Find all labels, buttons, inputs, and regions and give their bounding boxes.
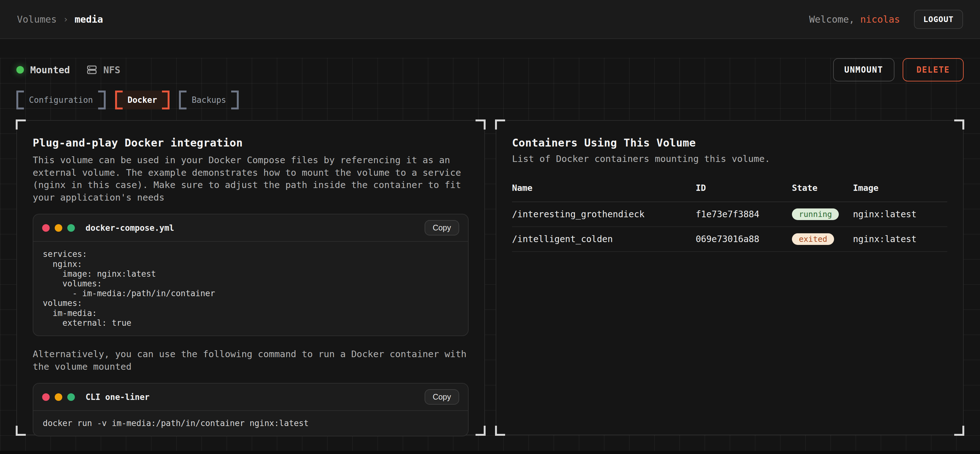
corner-bracket-icon [495, 426, 505, 436]
top-bar: Volumes › media Welcome, nicolas LOGOUT [0, 0, 980, 39]
breadcrumb-current-volume: media [75, 14, 103, 25]
breadcrumb: Volumes › media [17, 14, 103, 25]
cli-code: docker run -v im-media:/path/in/containe… [43, 419, 458, 428]
status-badge: exited [792, 233, 834, 245]
container-state: running [792, 208, 853, 220]
col-header-state: State [792, 183, 853, 193]
docker-integration-panel: Plug-and-play Docker integration This vo… [16, 120, 485, 435]
top-bar-right: Welcome, nicolas LOGOUT [809, 10, 963, 29]
server-icon [86, 64, 97, 75]
app-root: Volumes › media Welcome, nicolas LOGOUT … [0, 0, 980, 454]
window-dots [42, 393, 75, 401]
code-block-header: CLI one-liner Copy [33, 384, 468, 411]
code-filename: CLI one-liner [86, 392, 150, 402]
green-dot-icon [67, 393, 75, 401]
corner-bracket-icon [954, 119, 964, 130]
panel-description: This volume can be used in your Docker C… [33, 154, 469, 204]
corner-bracket-icon [954, 426, 964, 436]
col-header-image: Image [853, 183, 947, 193]
container-state: exited [792, 233, 853, 245]
compose-code: services: nginx: image: nginx:latest vol… [43, 249, 458, 328]
volume-type: NFS [86, 64, 120, 75]
mounted-status: Mounted [16, 65, 70, 75]
tab-backups[interactable]: Backups [179, 90, 239, 110]
col-header-id: ID [696, 183, 792, 193]
red-dot-icon [42, 393, 50, 401]
code-body: docker run -v im-media:/path/in/containe… [33, 411, 468, 436]
table-row[interactable]: /interesting_grothendieck f1e73e7f3884 r… [512, 202, 947, 227]
table-header-row: Name ID State Image [512, 183, 947, 202]
cli-intro-text: Alternatively, you can use the following… [33, 348, 469, 373]
tab-configuration[interactable]: Configuration [16, 90, 106, 110]
status-row: Mounted NFS UNMOUNT DELET [16, 58, 964, 82]
container-name: /interesting_grothendieck [512, 209, 696, 219]
username: nicolas [860, 14, 900, 25]
code-block-header: docker-compose.yml Copy [33, 214, 468, 242]
green-dot-icon [67, 224, 75, 232]
content-panels: Plug-and-play Docker integration This vo… [16, 120, 964, 435]
corner-bracket-icon [16, 119, 26, 130]
unmount-button[interactable]: UNMOUNT [833, 58, 895, 81]
status-badge: running [792, 208, 839, 220]
yellow-dot-icon [55, 393, 62, 401]
panel-title: Containers Using This Volume [512, 137, 947, 149]
containers-table: Name ID State Image /interesting_grothen… [512, 183, 947, 252]
container-image: nginx:latest [853, 209, 947, 219]
panel-subtitle: List of Docker containers mounting this … [512, 153, 947, 165]
code-body: services: nginx: image: nginx:latest vol… [33, 242, 468, 335]
status-left: Mounted NFS [16, 64, 121, 75]
corner-bracket-icon [476, 119, 485, 130]
code-filename: docker-compose.yml [86, 223, 174, 233]
main-area: Mounted NFS UNMOUNT DELET [0, 58, 980, 454]
bottom-strip [0, 451, 980, 454]
delete-button[interactable]: DELETE [903, 58, 964, 81]
corner-bracket-icon [495, 119, 505, 130]
tab-docker[interactable]: Docker [115, 90, 170, 110]
corner-bracket-icon [476, 426, 485, 436]
container-image: nginx:latest [853, 234, 947, 244]
chevron-right-icon: › [63, 14, 68, 24]
cli-code-block: CLI one-liner Copy docker run -v im-medi… [33, 383, 469, 437]
welcome-text: Welcome, nicolas [809, 14, 900, 25]
containers-panel: Containers Using This Volume List of Doc… [496, 120, 964, 435]
col-header-name: Name [512, 183, 696, 193]
container-id: f1e73e7f3884 [696, 209, 792, 219]
yellow-dot-icon [55, 224, 62, 232]
container-name: /intelligent_colden [512, 234, 696, 244]
mounted-label: Mounted [30, 65, 70, 75]
tabs: Configuration Docker Backups [16, 90, 964, 110]
table-row[interactable]: /intelligent_colden 069e73016a88 exited … [512, 227, 947, 252]
container-id: 069e73016a88 [696, 234, 792, 244]
welcome-prefix: Welcome, [809, 14, 861, 25]
copy-compose-button[interactable]: Copy [425, 220, 459, 235]
volume-actions: UNMOUNT DELETE [833, 58, 964, 81]
copy-cli-button[interactable]: Copy [425, 389, 459, 405]
logout-button[interactable]: LOGOUT [914, 10, 963, 29]
volume-type-label: NFS [103, 65, 120, 75]
status-dot-icon [16, 66, 24, 73]
breadcrumb-volumes-link[interactable]: Volumes [17, 14, 57, 25]
corner-bracket-icon [16, 426, 26, 436]
compose-code-block: docker-compose.yml Copy services: nginx:… [33, 214, 469, 336]
red-dot-icon [42, 224, 50, 232]
panel-title: Plug-and-play Docker integration [33, 137, 469, 149]
window-dots [42, 224, 75, 232]
